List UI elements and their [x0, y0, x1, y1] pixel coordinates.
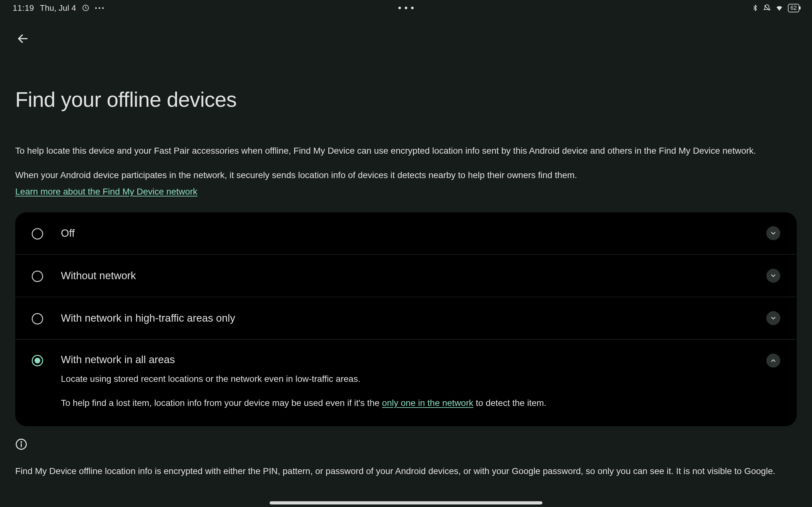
radio-high-traffic[interactable]: [32, 313, 43, 325]
page-title: Find your offline devices: [15, 88, 797, 112]
option-label: Off: [61, 227, 759, 239]
option-label: Without network: [61, 270, 759, 282]
svg-point-4: [21, 442, 21, 442]
status-right: 62: [752, 4, 799, 12]
expand-button-high-traffic[interactable]: [766, 311, 780, 325]
privacy-indicator-dots: [398, 7, 414, 9]
status-left: 11:19 Thu, Jul 4: [13, 3, 104, 13]
chevron-up-icon: [770, 357, 777, 364]
option-description: Locate using stored recent locations or …: [61, 373, 759, 410]
whatsapp-icon: [82, 4, 90, 12]
info-icon: [15, 438, 27, 450]
option-without-network[interactable]: Without network: [15, 255, 797, 297]
learn-more-link[interactable]: Learn more about the Find My Device netw…: [15, 187, 197, 196]
option-sub-line-1: Locate using stored recent locations or …: [61, 373, 759, 386]
arrow-left-icon: [16, 32, 29, 45]
collapse-button-all-areas[interactable]: [766, 354, 780, 368]
more-notifications-icon: [95, 7, 104, 9]
radio-without-network[interactable]: [32, 271, 43, 282]
status-clock: 11:19: [13, 3, 34, 13]
option-all-areas[interactable]: With network in all areas Locate using s…: [15, 340, 797, 426]
option-label: With network in all areas: [61, 354, 759, 366]
battery-indicator: 62: [788, 4, 799, 12]
option-sub-prefix: To help find a lost item, location info …: [61, 398, 382, 408]
option-sub-line-2: To help find a lost item, location info …: [61, 397, 759, 410]
option-off[interactable]: Off: [15, 212, 797, 255]
description-paragraph-1: To help locate this device and your Fast…: [15, 145, 797, 158]
battery-level: 62: [791, 5, 797, 11]
bluetooth-icon: [752, 4, 759, 11]
radio-all-areas[interactable]: [32, 355, 43, 366]
chevron-down-icon: [770, 272, 777, 279]
info-text: Find My Device offline location info is …: [15, 465, 797, 478]
radio-off[interactable]: [32, 228, 43, 239]
description-block: To help locate this device and your Fast…: [15, 145, 797, 199]
expand-button-without-network[interactable]: [766, 269, 780, 283]
option-high-traffic[interactable]: With network in high-traffic areas only: [15, 297, 797, 340]
back-button[interactable]: [16, 32, 30, 46]
navigation-handle[interactable]: [270, 501, 542, 504]
description-paragraph-2: When your Android device participates in…: [15, 169, 797, 182]
option-sub-suffix: to detect the item.: [473, 398, 546, 408]
expand-button-off[interactable]: [766, 226, 780, 240]
dnd-icon: [763, 4, 771, 12]
option-label: With network in high-traffic areas only: [61, 312, 759, 324]
status-date: Thu, Jul 4: [40, 3, 76, 13]
chevron-down-icon: [770, 315, 777, 322]
only-one-link[interactable]: only one in the network: [382, 398, 473, 408]
wifi-icon: [775, 4, 783, 12]
status-bar: 11:19 Thu, Jul 4: [0, 0, 812, 16]
options-card: Off Without network With network i: [15, 212, 797, 426]
chevron-down-icon: [770, 230, 777, 237]
info-row: [15, 438, 797, 450]
